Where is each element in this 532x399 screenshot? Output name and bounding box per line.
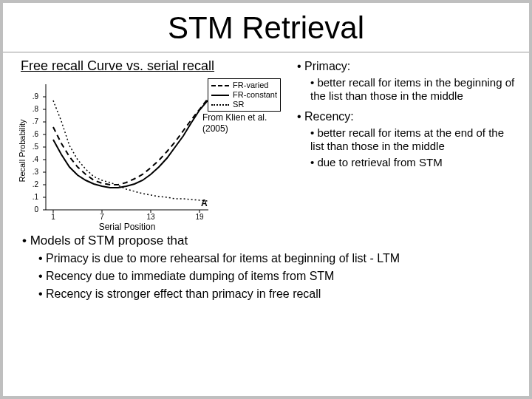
svg-text:.8: .8 (33, 105, 39, 113)
lower-section: Models of STM propose that Primacy is du… (3, 233, 529, 301)
bullet-recency: Recency: (297, 110, 516, 123)
divider (3, 52, 529, 52)
recall-curve-chart: 0 .1 .2 .3 .4 .5 .6 .7 .8 .9 (16, 77, 223, 232)
svg-text:.9: .9 (33, 92, 39, 100)
svg-text:.7: .7 (33, 117, 39, 126)
chart-heading: Free recall Curve vs. serial recall (21, 58, 290, 74)
slide: STM Retrieval Free recall Curve vs. seri… (0, 0, 532, 399)
chart-legend: FR-varied FR-constant SR (208, 78, 281, 112)
bullet-recency-detail-2: due to retrieval from STM (310, 156, 516, 169)
bullet-primacy-detail: better recall for items in the beginning… (310, 76, 516, 103)
bullet-primacy: Primacy: (297, 60, 516, 73)
left-column: Free recall Curve vs. serial recall 0 .1… (16, 57, 290, 232)
y-axis-label: Recall Probability (18, 119, 27, 182)
panel-label: A (201, 198, 208, 208)
svg-text:7: 7 (100, 213, 104, 221)
svg-text:0: 0 (34, 205, 38, 214)
svg-text:.2: .2 (33, 180, 39, 188)
svg-text:.3: .3 (33, 168, 39, 176)
svg-text:1: 1 (51, 213, 55, 221)
bullet-models-3: Recency is stronger effect than primacy … (38, 287, 513, 301)
slide-title: STM Retrieval (3, 10, 529, 46)
svg-text:19: 19 (195, 213, 204, 221)
bullet-models-2: Recency due to immediate dumping of item… (38, 269, 513, 284)
body-columns: Free recall Curve vs. serial recall 0 .1… (3, 57, 529, 232)
right-column: Primacy: better recall for items in the … (290, 57, 516, 232)
svg-text:.4: .4 (33, 155, 39, 163)
svg-text:.1: .1 (33, 193, 39, 201)
bullet-models: Models of STM propose that (22, 233, 513, 248)
svg-text:.6: .6 (33, 130, 39, 138)
x-axis-label: Serial Position (99, 222, 156, 232)
chart-source: From Klien et al. (2005) (202, 112, 284, 134)
bullet-models-1: Primacy is due to more rehearsal for ite… (38, 251, 513, 266)
bullet-recency-detail-1: better recall for items at the end of th… (310, 126, 516, 153)
svg-text:13: 13 (146, 213, 155, 221)
chart-container: 0 .1 .2 .3 .4 .5 .6 .7 .8 .9 (16, 77, 282, 232)
svg-text:.5: .5 (33, 143, 39, 151)
